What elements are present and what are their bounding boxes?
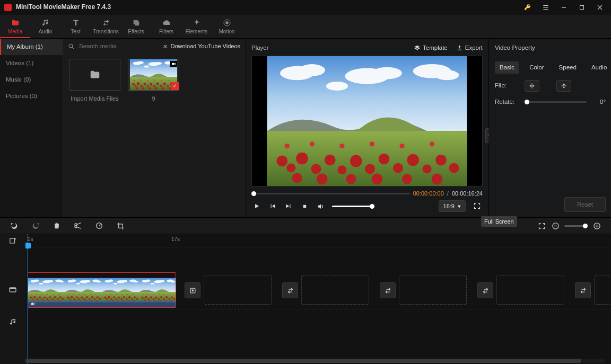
media-clip-tile[interactable]: ✓ 9: [128, 59, 179, 102]
main-ribbon: MediaAudioTextTransitionsEffectsFiltersE…: [0, 15, 611, 39]
folder-videos[interactable]: Videos (1): [0, 55, 63, 72]
prop-tab-color[interactable]: Color: [525, 61, 548, 74]
folder-icon: [11, 19, 20, 27]
stop-button[interactable]: [300, 202, 309, 210]
redo-button[interactable]: [31, 221, 40, 230]
player-header-label: Player: [251, 44, 269, 52]
ribbon-tab-text[interactable]: Text: [60, 15, 91, 38]
music-icon: [41, 19, 50, 27]
zoom-in-button[interactable]: [592, 221, 601, 230]
ribbon-tab-filters[interactable]: Filters: [151, 15, 181, 38]
chevron-down-icon: ▾: [458, 202, 461, 210]
folder-music[interactable]: Music (0): [0, 72, 63, 88]
download-youtube-label: Download YouTube Videos: [171, 42, 241, 50]
preview-viewport[interactable]: [251, 56, 483, 187]
folder-myalbum[interactable]: My Album (1): [0, 39, 63, 55]
ruler-mark: 0s: [28, 236, 33, 243]
transition-slot[interactable]: [477, 282, 493, 298]
download-youtube-button[interactable]: Download YouTube Videos: [162, 42, 241, 50]
upgrade-key-icon[interactable]: [521, 1, 535, 14]
delete-button[interactable]: [52, 221, 62, 230]
stack-icon: [132, 19, 141, 27]
import-media-label: Import Media Files: [71, 95, 118, 102]
timeline-clip[interactable]: [28, 272, 176, 308]
audio-track[interactable]: [25, 309, 611, 334]
split-button[interactable]: [73, 221, 83, 230]
app-title: MiniTool MovieMaker Free 7.4.3: [16, 3, 111, 12]
transition-slot[interactable]: [282, 282, 298, 298]
aspect-ratio-select[interactable]: 16:9▾: [439, 200, 466, 212]
fullscreen-button[interactable]: [473, 202, 482, 210]
flip-horizontal-icon: [528, 82, 536, 90]
ribbon-tab-motion[interactable]: Motion: [212, 15, 242, 38]
import-media-tile[interactable]: Import Media Files: [69, 59, 120, 102]
play-button[interactable]: [252, 202, 261, 210]
rotate-value: 0°: [592, 98, 606, 106]
seek-bar[interactable]: [251, 193, 410, 194]
speed-button[interactable]: [94, 221, 104, 230]
volume-icon[interactable]: [316, 202, 325, 210]
titlebar: MiniTool MovieMaker Free 7.4.3: [0, 0, 611, 15]
timeline-scrollbar[interactable]: [25, 359, 605, 363]
next-frame-button[interactable]: [284, 202, 293, 210]
prev-frame-button[interactable]: [268, 202, 277, 210]
prop-tab-basic[interactable]: Basic: [495, 61, 519, 74]
ribbon-tab-effects[interactable]: Effects: [121, 15, 151, 38]
search-input[interactable]: [78, 42, 159, 50]
time-total: 00:00:16:24: [452, 190, 483, 197]
clip-speaker-icon: [30, 301, 36, 307]
properties-header: Video Property: [495, 42, 606, 55]
ribbon-tab-audio[interactable]: Audio: [30, 15, 60, 38]
app-logo-icon: [4, 4, 12, 11]
overlay-track[interactable]: [25, 247, 611, 271]
transition-slot[interactable]: [575, 282, 591, 298]
zoom-slider[interactable]: [564, 225, 588, 227]
transition-slot[interactable]: [380, 282, 396, 298]
folder-pictures[interactable]: Pictures (0): [0, 88, 63, 104]
flip-vertical-icon: [560, 82, 568, 90]
video-track-icon: [0, 271, 25, 309]
cloud-icon: [162, 19, 171, 27]
timeline: 0s17s: [0, 234, 611, 364]
flip-vertical-button[interactable]: [556, 80, 571, 92]
text-icon: [72, 19, 80, 27]
ribbon-tab-media[interactable]: Media: [0, 15, 30, 38]
empty-clip-slot[interactable]: [496, 276, 564, 305]
rotate-label: Rotate:: [495, 98, 519, 106]
maximize-icon[interactable]: [575, 1, 589, 14]
undo-button[interactable]: [10, 221, 19, 230]
minimize-icon[interactable]: [557, 1, 571, 14]
player-panel: Player Template Export › 00:00:00:00 / 0…: [246, 39, 488, 217]
playhead[interactable]: [28, 234, 28, 364]
download-icon: [162, 42, 169, 49]
search-icon: [68, 43, 75, 50]
add-track-button[interactable]: [0, 234, 25, 247]
zoom-out-button[interactable]: [551, 221, 560, 230]
orbit-icon: [223, 19, 231, 27]
reset-button[interactable]: Reset: [564, 197, 606, 212]
prop-tab-audio[interactable]: Audio: [587, 61, 611, 74]
crop-button[interactable]: [116, 221, 125, 230]
ruler-mark: 17s: [171, 236, 180, 243]
transition-slot[interactable]: [185, 282, 200, 298]
empty-clip-slot[interactable]: [204, 276, 272, 305]
hamburger-menu-icon[interactable]: [539, 1, 553, 14]
video-track[interactable]: [25, 271, 611, 309]
empty-clip-slot[interactable]: [594, 276, 611, 305]
empty-clip-slot[interactable]: [301, 276, 369, 305]
library-panel: My Album (1)Videos (1)Music (0)Pictures …: [0, 39, 246, 217]
prop-tab-speed[interactable]: Speed: [554, 61, 581, 74]
zoom-fit-button[interactable]: [537, 221, 546, 230]
ribbon-tab-elements[interactable]: Elements: [181, 15, 212, 38]
close-icon[interactable]: [593, 1, 607, 14]
template-button[interactable]: Template: [414, 44, 448, 52]
export-button[interactable]: Export: [456, 44, 483, 52]
flip-horizontal-button[interactable]: [525, 80, 539, 92]
rotate-slider[interactable]: [525, 101, 587, 103]
empty-clip-slot[interactable]: [399, 276, 467, 305]
export-icon: [456, 45, 463, 51]
volume-slider[interactable]: [332, 206, 374, 207]
ribbon-tab-transitions[interactable]: Transitions: [91, 15, 121, 38]
swap-icon: [102, 19, 110, 27]
time-current: 00:00:00:00: [413, 190, 444, 197]
